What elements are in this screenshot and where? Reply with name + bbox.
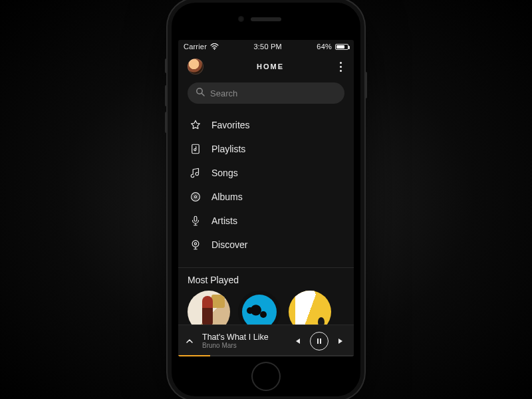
nav-item-label: Artists	[211, 215, 237, 226]
nav-item-label: Playlists	[211, 144, 245, 154]
nav-item-playlists[interactable]: Playlists	[182, 137, 350, 161]
nav-item-label: Albums	[211, 192, 243, 202]
mic-icon	[189, 214, 202, 227]
nav-item-label: Discover	[211, 239, 247, 250]
svg-point-5	[194, 196, 196, 198]
battery-fill	[336, 45, 344, 49]
svg-point-9	[194, 243, 196, 245]
page-title: HOME	[257, 63, 284, 70]
now-playing-bar[interactable]: That's What I Like Bruno Mars	[178, 325, 354, 356]
wifi-icon	[210, 43, 219, 50]
phone-frame: Carrier 3:50 PM 64%	[168, 0, 364, 399]
nav-item-discover[interactable]: Discover	[182, 233, 350, 257]
nav-item-songs[interactable]: Songs	[182, 161, 350, 185]
playback-controls	[291, 332, 347, 350]
nav-item-albums[interactable]: Albums	[182, 185, 350, 209]
nav-list: Favorites Playlists Songs	[178, 110, 354, 263]
avatar[interactable]	[188, 59, 203, 74]
playlist-icon	[189, 142, 202, 156]
svg-rect-7	[194, 216, 197, 221]
power-button	[364, 72, 367, 98]
mute-switch	[165, 59, 168, 73]
pause-button[interactable]	[310, 332, 329, 350]
app-header: HOME	[178, 53, 354, 80]
volume-down-button	[165, 112, 168, 133]
speaker-grille	[251, 17, 281, 21]
front-camera	[238, 16, 244, 22]
progress-fill	[178, 355, 210, 356]
nav-item-favorites[interactable]: Favorites	[182, 113, 350, 137]
carrier-label: Carrier	[184, 43, 207, 51]
svg-rect-11	[320, 338, 321, 344]
svg-point-0	[214, 49, 215, 50]
previous-track-button[interactable]	[291, 335, 303, 347]
chevron-up-icon[interactable]	[184, 336, 196, 346]
nav-item-artists[interactable]: Artists	[182, 209, 350, 233]
disc-icon	[189, 190, 202, 203]
next-track-button[interactable]	[335, 335, 347, 347]
screen: Carrier 3:50 PM 64%	[178, 40, 354, 356]
clock: 3:50 PM	[254, 43, 282, 51]
section-title-most-played: Most Played	[178, 275, 354, 291]
search-icon	[196, 87, 205, 99]
star-icon	[189, 118, 202, 132]
svg-line-2	[201, 93, 204, 96]
divider	[178, 267, 354, 268]
search-bar[interactable]	[188, 82, 344, 104]
progress-track[interactable]	[178, 355, 354, 356]
now-playing-title: That's What I Like	[202, 332, 285, 342]
music-note-icon	[189, 166, 202, 180]
volume-up-button	[165, 85, 168, 106]
search-input[interactable]	[210, 88, 336, 98]
more-menu-button[interactable]	[337, 58, 344, 76]
nav-item-label: Songs	[211, 168, 238, 178]
home-button[interactable]	[251, 362, 281, 391]
nav-item-label: Favorites	[211, 120, 250, 130]
radar-icon	[189, 238, 202, 251]
svg-point-8	[192, 241, 199, 247]
battery-percent: 64%	[317, 43, 332, 51]
status-bar: Carrier 3:50 PM 64%	[178, 40, 354, 53]
svg-point-4	[192, 193, 200, 201]
now-playing-artist: Bruno Mars	[202, 342, 285, 349]
svg-rect-10	[317, 338, 319, 344]
now-playing-text: That's What I Like Bruno Mars	[202, 332, 285, 349]
battery-icon	[335, 44, 348, 50]
svg-point-6	[193, 194, 198, 200]
